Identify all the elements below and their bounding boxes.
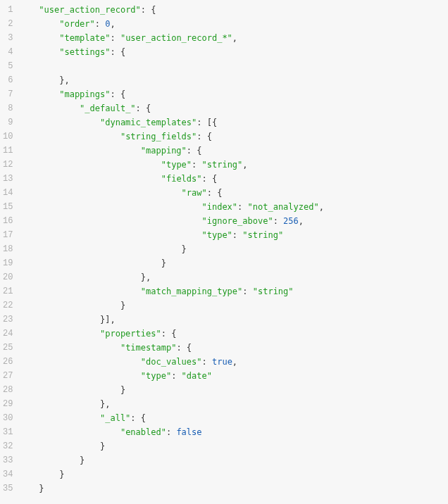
code-line: }	[18, 301, 125, 310]
code-token: "_all"	[100, 413, 130, 423]
code-token: "timestamp"	[120, 343, 176, 353]
code-token: "settings"	[59, 47, 110, 57]
line-number: 24	[3, 327, 13, 341]
line-number: 10	[3, 130, 13, 144]
code-token: ,	[232, 357, 237, 367]
code-line: }	[18, 441, 105, 451]
line-number: 16	[3, 214, 13, 228]
line-number: 21	[3, 284, 13, 298]
line-number: 30	[3, 411, 13, 425]
code-line: "type": "string"	[18, 230, 283, 240]
code-line: "doc_values": true,	[18, 357, 237, 367]
line-number: 12	[3, 158, 13, 172]
code-line: "fields": {	[18, 174, 217, 184]
code-token: :	[110, 33, 120, 43]
code-token: true	[212, 357, 232, 367]
code-token: "enabled"	[120, 427, 166, 437]
code-token: "string"	[242, 230, 283, 240]
line-number: 28	[3, 383, 13, 397]
code-token: :	[232, 230, 242, 240]
code-token: : {	[187, 146, 202, 156]
code-token: 256	[283, 216, 299, 226]
code-token: }	[80, 455, 85, 465]
code-token: :	[192, 160, 201, 170]
code-area: "user_action_record": { "order": 0, "tem…	[18, 0, 448, 498]
code-line: },	[18, 399, 110, 409]
line-number: 19	[3, 256, 13, 270]
code-token: "order"	[59, 19, 95, 29]
line-number: 31	[3, 425, 13, 439]
code-token: : {	[141, 5, 156, 15]
code-content: "user_action_record": { "order": 0, "tem…	[18, 3, 448, 496]
code-token: "string"	[202, 160, 243, 170]
line-number: 26	[3, 355, 13, 369]
code-token: "ignore_above"	[202, 216, 273, 226]
code-token: "type"	[141, 371, 171, 381]
code-line: }	[18, 455, 85, 465]
line-number: 23	[3, 313, 13, 327]
code-line: "mappings": {	[18, 89, 125, 99]
code-token: "type"	[202, 230, 232, 240]
line-number: 7	[3, 87, 13, 101]
line-number: 5	[3, 59, 13, 73]
code-token: "properties"	[100, 329, 161, 339]
code-token: "not_analyzed"	[248, 202, 319, 212]
code-token: "template"	[59, 33, 110, 43]
line-number: 14	[3, 186, 13, 200]
code-line: "ignore_above": 256,	[18, 216, 304, 226]
code-token: "_default_"	[80, 103, 135, 113]
code-line: "_all": {	[18, 413, 146, 423]
line-number: 29	[3, 397, 13, 411]
code-line: }	[18, 470, 64, 479]
line-number: 17	[3, 228, 13, 242]
line-number: 4	[3, 45, 13, 59]
code-editor: 1234567891011121314151617181920212223242…	[0, 0, 448, 498]
line-number: 33	[3, 453, 13, 467]
code-token: "mappings"	[59, 89, 110, 99]
line-number: 18	[3, 242, 13, 256]
code-token: "type"	[161, 160, 192, 170]
code-token: "fields"	[161, 174, 202, 184]
code-token: :	[171, 371, 181, 381]
code-token: "doc_values"	[141, 357, 202, 367]
code-token: :	[95, 19, 105, 29]
code-token: : {	[202, 174, 218, 184]
code-line: "order": 0,	[18, 19, 115, 29]
code-token: }	[39, 484, 44, 493]
code-token: : {	[176, 343, 192, 353]
code-token: }	[161, 258, 166, 268]
line-number: 22	[3, 298, 13, 313]
code-token: }	[120, 385, 125, 395]
code-line: "raw": {	[18, 188, 222, 198]
code-line: "type": "string",	[18, 160, 247, 170]
line-number: 11	[3, 144, 13, 158]
code-token: : {	[130, 413, 146, 423]
line-number: 8	[3, 101, 13, 115]
line-number: 34	[3, 467, 13, 481]
line-number: 1	[3, 3, 13, 17]
code-token: :	[166, 427, 176, 437]
line-number: 27	[3, 369, 13, 383]
code-line: },	[18, 272, 151, 282]
code-token: :	[202, 357, 212, 367]
code-token: "user_action_record_*"	[120, 33, 232, 43]
code-token: :	[242, 286, 252, 296]
line-number: 9	[3, 115, 13, 130]
code-token: }	[100, 441, 105, 451]
code-token: },	[141, 272, 151, 282]
code-token: ,	[299, 216, 304, 226]
code-token: "dynamic_templates"	[100, 118, 197, 127]
code-token: },	[59, 75, 69, 85]
line-number: 20	[3, 270, 13, 284]
code-line: }	[18, 244, 186, 254]
code-token: : {	[110, 47, 125, 57]
code-token: }],	[100, 315, 116, 325]
code-token: }	[182, 244, 187, 254]
code-token: }	[120, 301, 125, 310]
code-line: "string_fields": {	[18, 132, 212, 141]
code-line: }	[18, 385, 125, 395]
code-token: : {	[161, 329, 177, 339]
code-token: ,	[319, 202, 324, 212]
code-line: },	[18, 75, 69, 85]
code-token: "date"	[182, 371, 212, 381]
